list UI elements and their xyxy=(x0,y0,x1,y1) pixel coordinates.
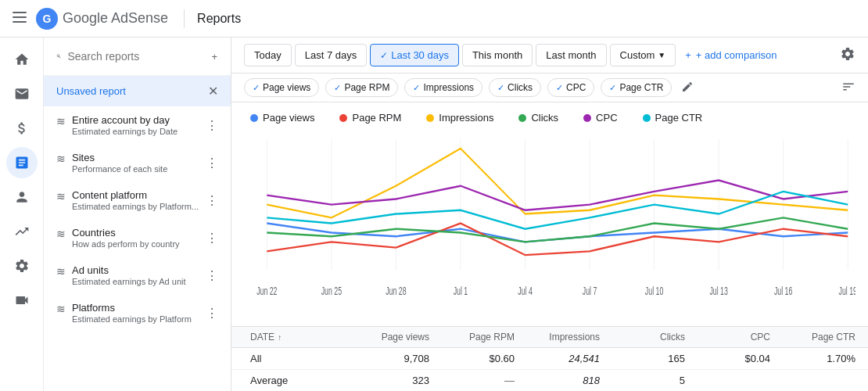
sidebar-item-1[interactable]: ≋ Sites Performance of each site ⋮ xyxy=(44,144,231,181)
sidebar-item-title-1: Sites xyxy=(72,152,167,163)
last-30-days-button[interactable]: ✓ Last 30 days xyxy=(370,44,459,66)
chip-label-0: Page views xyxy=(263,82,310,93)
this-month-button[interactable]: This month xyxy=(462,44,533,66)
table-rows: All 9,708 $0.60 24,541 165 $0.04 1.70% A… xyxy=(231,348,868,391)
header-impressions[interactable]: Impressions xyxy=(527,332,612,343)
header-pageviews[interactable]: Page views xyxy=(357,332,442,343)
sidebar-item-icon-2: ≋ xyxy=(56,190,66,203)
chart-area: Jun 22Jun 25Jun 28Jul 1Jul 4Jul 7Jul 10J… xyxy=(231,127,868,326)
header-pagerpm[interactable]: Page RPM xyxy=(442,332,527,343)
sidebar-item-2[interactable]: ≋ Content platform Estimated earnings by… xyxy=(44,181,231,219)
header: G Google AdSense Reports xyxy=(0,0,868,38)
chart-legend: Page views Page RPM Impressions Clicks C… xyxy=(231,102,868,127)
chip-check-5: ✓ xyxy=(609,83,616,93)
page-title: Reports xyxy=(197,12,241,26)
nav-video[interactable] xyxy=(6,285,38,316)
sidebar-item-icon-4: ≋ xyxy=(56,265,66,278)
legend-dot-1 xyxy=(339,114,347,122)
nav-home[interactable] xyxy=(6,44,38,75)
filter-chip-impressions[interactable]: ✓Impressions xyxy=(404,78,482,97)
svg-text:Jul 16: Jul 16 xyxy=(774,285,793,298)
sidebar-item-title-5: Platforms xyxy=(72,302,192,314)
sidebar-item-4[interactable]: ≋ Ad units Estimated earnings by Ad unit… xyxy=(44,256,231,294)
sidebar-item-more-1[interactable]: ⋮ xyxy=(206,156,218,170)
menu-icon[interactable] xyxy=(13,10,27,27)
last-month-button[interactable]: Last month xyxy=(536,44,606,66)
header-divider xyxy=(184,9,185,28)
sidebar-item-more-4[interactable]: ⋮ xyxy=(206,268,218,283)
main-content: Today Last 7 days ✓ Last 30 days This mo… xyxy=(231,38,868,391)
table-row-0: All 9,708 $0.60 24,541 165 $0.04 1.70% xyxy=(231,348,868,370)
sidebar-item-content-5: ≋ Platforms Estimated earnings by Platfo… xyxy=(56,302,192,324)
svg-text:Jul 4: Jul 4 xyxy=(518,285,533,298)
nav-reports[interactable] xyxy=(6,147,38,178)
legend-item-5: Page CTR xyxy=(643,112,703,124)
cell-date: Average xyxy=(231,375,357,386)
legend-label-4: CPC xyxy=(596,112,617,124)
cell-pagerpm: — xyxy=(504,375,515,386)
sidebar-item-3[interactable]: ≋ Countries How ads perform by country ⋮ xyxy=(44,219,231,256)
legend-dot-5 xyxy=(643,114,651,122)
sidebar-item-title-0: Entire account by day xyxy=(72,114,178,126)
custom-button[interactable]: Custom ▼ xyxy=(610,44,676,66)
sidebar-search-bar: + xyxy=(44,38,231,76)
close-unsaved-button[interactable]: ✕ xyxy=(208,84,218,99)
add-report-button[interactable]: + xyxy=(210,47,218,66)
sidebar-item-content-4: ≋ Ad units Estimated earnings by Ad unit xyxy=(56,264,186,286)
cell-impressions: 818 xyxy=(527,375,612,386)
sidebar-item-0[interactable]: ≋ Entire account by day Estimated earnin… xyxy=(44,106,231,144)
date-buttons: Today Last 7 days ✓ Last 30 days This mo… xyxy=(244,44,784,66)
sidebar-items: ≋ Entire account by day Estimated earnin… xyxy=(44,106,231,332)
filter-chip-page-ctr[interactable]: ✓Page CTR xyxy=(601,78,672,97)
check-icon: ✓ xyxy=(380,50,388,61)
cell-pagerpm: $0.60 xyxy=(489,353,515,364)
sidebar-item-more-3[interactable]: ⋮ xyxy=(206,231,218,246)
nav-person[interactable] xyxy=(6,181,38,213)
table-header: DATE ↑ Page views Page RPM Impressions C… xyxy=(231,327,868,348)
nav-trending[interactable] xyxy=(6,216,38,247)
filter-chip-page-rpm[interactable]: ✓Page RPM xyxy=(325,78,398,97)
header-cpc[interactable]: CPC xyxy=(698,332,783,343)
sidebar-item-title-3: Countries xyxy=(72,227,180,239)
sidebar-item-title-4: Ad units xyxy=(72,264,186,276)
sidebar-item-sub-1: Performance of each site xyxy=(72,164,167,174)
edit-metrics-button[interactable] xyxy=(681,81,694,95)
filter-chips: ✓Page views✓Page RPM✓Impressions✓Clicks✓… xyxy=(244,78,672,97)
sidebar-item-sub-2: Estimated earnings by Platform... xyxy=(72,202,199,211)
search-input[interactable] xyxy=(67,50,204,63)
add-comparison-button[interactable]: + + add comparison xyxy=(679,45,783,66)
header-date[interactable]: DATE ↑ xyxy=(231,332,357,343)
filter-chip-clicks[interactable]: ✓Clicks xyxy=(489,78,541,97)
filter-chip-page-views[interactable]: ✓Page views xyxy=(244,78,319,97)
legend-dot-0 xyxy=(250,114,258,122)
header-clicks[interactable]: Clicks xyxy=(612,332,698,343)
sidebar-item-more-5[interactable]: ⋮ xyxy=(206,306,218,321)
filter-more-button[interactable] xyxy=(841,80,855,96)
settings-button[interactable] xyxy=(840,46,855,64)
legend-item-1: Page RPM xyxy=(339,112,401,124)
data-table: DATE ↑ Page views Page RPM Impressions C… xyxy=(231,326,868,391)
chip-check-0: ✓ xyxy=(253,83,260,93)
sidebar-item-more-2[interactable]: ⋮ xyxy=(206,193,218,208)
svg-text:Jul 7: Jul 7 xyxy=(583,285,597,298)
nav-mail[interactable] xyxy=(6,78,38,109)
sidebar-item-icon-0: ≋ xyxy=(56,115,66,127)
header-pagectr[interactable]: Page CTR xyxy=(783,332,868,343)
nav-settings[interactable] xyxy=(6,250,38,282)
sidebar-item-more-0[interactable]: ⋮ xyxy=(206,118,218,133)
filter-chip-cpc[interactable]: ✓CPC xyxy=(547,78,594,97)
cell-date: All xyxy=(231,353,357,364)
legend-label-2: Impressions xyxy=(439,112,493,124)
nav-money[interactable] xyxy=(6,113,38,144)
svg-text:Jun 22: Jun 22 xyxy=(256,285,277,298)
sidebar-item-icon-1: ≋ xyxy=(56,152,66,165)
cell-impressions: 24,541 xyxy=(527,353,612,364)
logo-text: Google AdSense xyxy=(63,10,168,27)
svg-text:Jul 19: Jul 19 xyxy=(839,285,855,298)
sidebar-item-content-2: ≋ Content platform Estimated earnings by… xyxy=(56,189,199,211)
sidebar-item-5[interactable]: ≋ Platforms Estimated earnings by Platfo… xyxy=(44,294,231,332)
svg-rect-0 xyxy=(13,12,27,13)
last-7-days-button[interactable]: Last 7 days xyxy=(295,44,368,66)
today-button[interactable]: Today xyxy=(244,44,292,66)
unsaved-report-item[interactable]: Unsaved report ✕ xyxy=(44,76,231,106)
